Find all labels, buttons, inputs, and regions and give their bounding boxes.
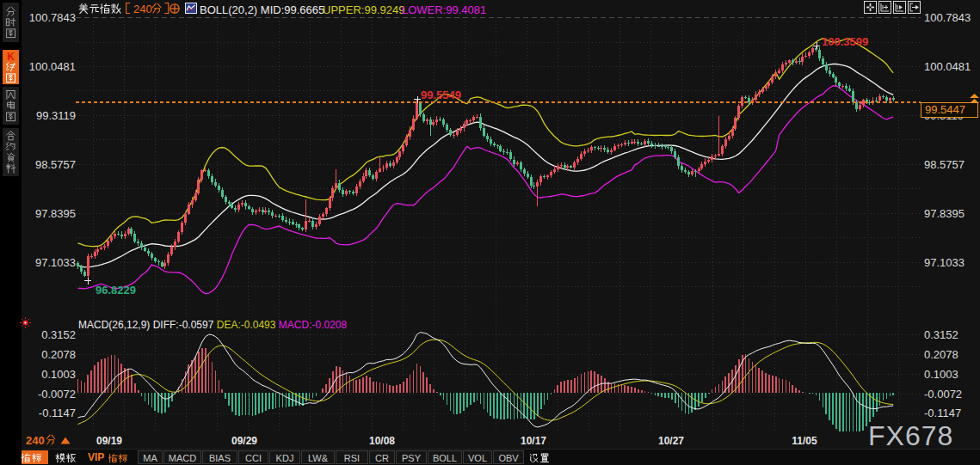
- svg-text:240: 240: [133, 3, 152, 15]
- svg-text:K: K: [7, 51, 15, 63]
- svg-text:240: 240: [26, 434, 45, 447]
